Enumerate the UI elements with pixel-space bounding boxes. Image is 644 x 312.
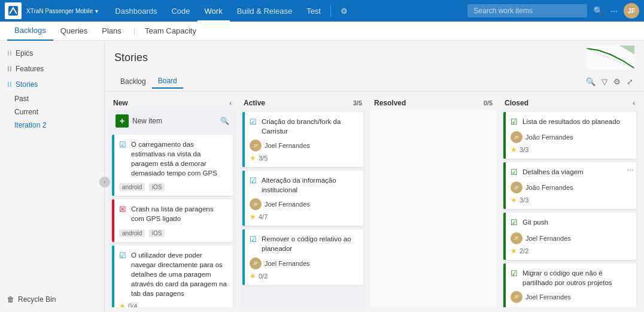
main-container: ‹ ⁞⁞ Epics ⁞⁞ Features ⁞⁞ Stories Past C…: [0, 41, 644, 312]
kanban-col-closed: Closed ‹ ☑ Lista de resultados do planea…: [501, 96, 639, 307]
card-points-active-2: ★ 4/7: [250, 213, 359, 221]
card-check-closed-1: ☑: [511, 117, 518, 128]
card-active-1[interactable]: ☑ Criação do branch/fork da Carristur JF…: [242, 112, 363, 167]
user-avatar[interactable]: JF: [624, 3, 639, 19]
col-body-active: ☑ Criação do branch/fork da Carristur JF…: [240, 110, 366, 307]
sidebar-epics-label: Epics: [16, 49, 33, 57]
kanban-board: New ‹ + New item 🔍 ☑ O carregamento das …: [105, 92, 644, 312]
nav-code[interactable]: Code: [164, 0, 197, 22]
tab-queries[interactable]: Queries: [53, 22, 95, 41]
sub-nav-icons: 🔍 ▽ ⚙ ⤢: [585, 76, 634, 87]
card-new-1[interactable]: ☑ O carregamento das estimativas na vist…: [112, 135, 233, 196]
card-more-icon[interactable]: ···: [627, 165, 634, 174]
points-icon-a3: ★: [250, 272, 256, 280]
app-logo[interactable]: [5, 2, 22, 19]
nav-test[interactable]: Test: [299, 0, 328, 22]
avatar-joel-1: JF: [250, 140, 262, 152]
nav-more-btn[interactable]: ···: [609, 5, 619, 17]
card-points-closed-1: ★ 3/3: [511, 146, 631, 154]
card-closed-4[interactable]: ☑ Migrar o código que não é partilhado p…: [503, 263, 636, 307]
sidebar-item-features[interactable]: ⁞⁞ Features: [0, 61, 104, 77]
card-title-closed-2: ☑ Detalhes da viagem: [511, 167, 631, 178]
card-points-new-3: ★ 0/4: [119, 302, 228, 307]
tab-backlogs[interactable]: Backlogs: [7, 22, 53, 41]
kanban-col-new: New ‹ + New item 🔍 ☑ O carregamento das …: [110, 96, 235, 307]
tag-android: android: [119, 183, 145, 191]
search-icon-btn[interactable]: 🔍: [592, 5, 604, 17]
nav-divider-2: |: [133, 27, 135, 35]
col-collapse-closed[interactable]: ‹: [633, 99, 635, 107]
sidebar-item-past[interactable]: Past: [0, 92, 104, 105]
col-count-active: 3/5: [353, 99, 362, 107]
card-points-active-3: ★ 0/2: [250, 272, 359, 280]
card-title-closed-1: ☑ Lista de resultados do planeado: [511, 117, 631, 128]
subnav-backlog[interactable]: Backlog: [114, 75, 152, 88]
card-check-closed-3: ☑: [511, 217, 518, 228]
card-title-new-3: ☑ O utilizador deve poder navegar direct…: [119, 250, 228, 298]
card-new-2[interactable]: ☒ Crash na lista de paragens com GPS lig…: [112, 199, 233, 241]
points-icon-c4: ★: [511, 305, 517, 307]
avatar-joao-c1: JF: [511, 131, 523, 143]
points-icon-a1: ★: [250, 154, 256, 162]
page-title: Stories: [114, 52, 148, 64]
team-capacity-link[interactable]: Team Capacity: [140, 26, 201, 35]
nav-dashboards[interactable]: Dashboards: [108, 0, 164, 22]
new-item-search-icon[interactable]: 🔍: [220, 117, 229, 125]
points-icon: ★: [119, 302, 126, 307]
card-points-closed-3: ★ 2/2: [511, 247, 631, 255]
kanban-col-active: Active 3/5 ☑ Criação do branch/fork da C…: [240, 96, 366, 307]
sidebar-item-current[interactable]: Current: [0, 105, 104, 119]
recycle-bin-label: Recycle Bin: [18, 295, 56, 304]
new-item-button[interactable]: +: [116, 114, 129, 128]
project-dropdown-icon: ▾: [95, 8, 98, 14]
top-navigation: XTraN Passenger Mobile ▾ Dashboards Code…: [0, 0, 644, 22]
board-fullscreen-icon[interactable]: ⤢: [625, 76, 634, 87]
card-title-active-1: ☑ Criação do branch/fork da Carristur: [250, 117, 359, 136]
sidebar-item-stories[interactable]: ⁞⁞ Stories: [0, 77, 104, 92]
sidebar-item-epics[interactable]: ⁞⁞ Epics: [0, 46, 104, 61]
col-name-resolved: Resolved: [374, 99, 480, 107]
card-new-3[interactable]: ☑ O utilizador deve poder navegar direct…: [112, 246, 233, 307]
content-header: Stories: [105, 41, 644, 72]
card-user-active-3: JF Joel Fernandes: [250, 258, 359, 269]
board-search-icon[interactable]: 🔍: [585, 76, 597, 87]
project-name[interactable]: XTraN Passenger Mobile ▾: [26, 8, 98, 14]
tab-plans[interactable]: Plans: [95, 22, 129, 41]
col-header-active: Active 3/5: [240, 96, 366, 110]
sidebar-collapse-btn[interactable]: ‹: [99, 177, 110, 187]
col-body-new: + New item 🔍 ☑ O carregamento das estima…: [110, 110, 235, 307]
search-input[interactable]: [467, 4, 587, 17]
col-collapse-new[interactable]: ‹: [229, 99, 232, 107]
features-icon: ⁞⁞: [7, 65, 12, 73]
card-closed-3[interactable]: ☑ Git push JF Joel Fernandes ★ 2/2: [503, 213, 636, 259]
nav-work[interactable]: Work: [198, 0, 230, 22]
card-points-closed-2: ★ 3/3: [511, 196, 631, 204]
nav-build-release[interactable]: Build & Release: [230, 0, 300, 22]
col-body-closed: ☑ Lista de resultados do planeado JF Joã…: [501, 110, 639, 307]
tag-ios-2: iOS: [149, 229, 165, 237]
sidebar-item-recycle-bin[interactable]: 🗑 Recycle Bin: [0, 292, 104, 307]
avatar-joel-2: JF: [250, 198, 262, 210]
sidebar-item-iteration2[interactable]: Iteration 2: [0, 119, 104, 132]
card-title-new-1: ☑ O carregamento das estimativas na vist…: [119, 140, 228, 178]
card-check-active-3: ☑: [250, 234, 257, 253]
subnav-board[interactable]: Board: [152, 74, 183, 89]
card-active-2[interactable]: ☑ Alteração da informação institucional …: [242, 171, 363, 226]
nav-settings[interactable]: ⚙: [333, 0, 355, 22]
points-icon-a2: ★: [250, 213, 256, 221]
card-user-closed-4: JF Joel Fernandes: [511, 291, 631, 303]
card-closed-2[interactable]: ··· ☑ Detalhes da viagem JF João Fernand…: [503, 162, 636, 209]
col-name-new: New: [113, 99, 226, 107]
card-points-active-1: ★ 3/5: [250, 154, 359, 162]
card-closed-1[interactable]: ☑ Lista de resultados do planeado JF Joã…: [503, 112, 636, 159]
card-active-3[interactable]: ☑ Remover o código relativo ao planeador…: [242, 229, 363, 284]
col-name-active: Active: [244, 99, 350, 107]
card-check-active-1: ☑: [250, 117, 257, 136]
card-check-active-2: ☑: [250, 175, 257, 195]
board-filter-icon[interactable]: ▽: [600, 76, 609, 87]
card-points-closed-4: ★ 3/3: [511, 305, 631, 307]
recycle-bin-icon: 🗑: [7, 295, 14, 304]
board-settings-icon[interactable]: ⚙: [612, 76, 622, 87]
new-item-bar: + New item 🔍: [112, 112, 233, 130]
card-title-new-2: ☒ Crash na lista de paragens com GPS lig…: [119, 204, 228, 223]
